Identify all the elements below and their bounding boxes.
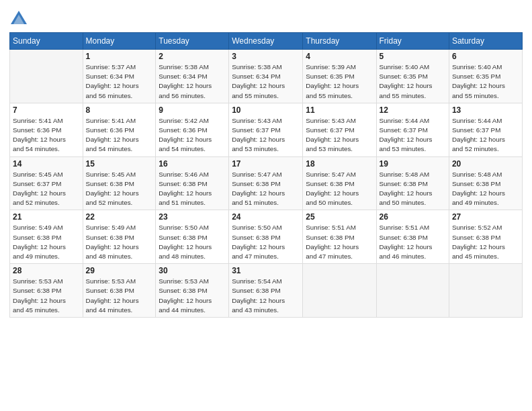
day-info: Sunrise: 5:38 AM Sunset: 6:34 PM Dayligh… <box>159 62 226 101</box>
day-cell: 7Sunrise: 5:41 AM Sunset: 6:36 PM Daylig… <box>10 103 83 156</box>
week-row-5: 28Sunrise: 5:53 AM Sunset: 6:38 PM Dayli… <box>10 264 523 318</box>
day-number: 12 <box>380 105 446 115</box>
day-info: Sunrise: 5:53 AM Sunset: 6:38 PM Dayligh… <box>86 277 153 315</box>
day-cell: 14Sunrise: 5:45 AM Sunset: 6:37 PM Dayli… <box>10 156 83 210</box>
day-info: Sunrise: 5:46 AM Sunset: 6:38 PM Dayligh… <box>159 170 226 208</box>
day-cell: 8Sunrise: 5:41 AM Sunset: 6:36 PM Daylig… <box>83 103 156 156</box>
weekday-header-friday: Friday <box>376 33 449 50</box>
day-info: Sunrise: 5:48 AM Sunset: 6:38 PM Dayligh… <box>452 170 519 208</box>
day-info: Sunrise: 5:50 AM Sunset: 6:38 PM Dayligh… <box>232 223 300 261</box>
logo <box>9 9 30 28</box>
calendar-table: SundayMondayTuesdayWednesdayThursdayFrid… <box>9 32 523 318</box>
day-info: Sunrise: 5:48 AM Sunset: 6:38 PM Dayligh… <box>380 170 446 208</box>
day-info: Sunrise: 5:49 AM Sunset: 6:38 PM Dayligh… <box>86 223 153 261</box>
week-row-1: 1Sunrise: 5:37 AM Sunset: 6:34 PM Daylig… <box>10 50 523 103</box>
day-number: 29 <box>86 266 153 275</box>
day-number: 13 <box>452 105 519 115</box>
day-cell <box>303 264 376 318</box>
day-number: 15 <box>86 159 153 169</box>
day-info: Sunrise: 5:40 AM Sunset: 6:35 PM Dayligh… <box>452 62 519 101</box>
day-cell: 3Sunrise: 5:38 AM Sunset: 6:34 PM Daylig… <box>229 50 303 103</box>
day-number: 27 <box>452 212 519 222</box>
week-row-4: 21Sunrise: 5:49 AM Sunset: 6:38 PM Dayli… <box>10 210 523 264</box>
day-cell: 16Sunrise: 5:46 AM Sunset: 6:38 PM Dayli… <box>156 156 229 210</box>
day-info: Sunrise: 5:51 AM Sunset: 6:38 PM Dayligh… <box>306 223 373 261</box>
day-cell: 1Sunrise: 5:37 AM Sunset: 6:34 PM Daylig… <box>83 50 156 103</box>
day-info: Sunrise: 5:54 AM Sunset: 6:38 PM Dayligh… <box>232 277 300 315</box>
day-info: Sunrise: 5:47 AM Sunset: 6:38 PM Dayligh… <box>306 170 373 208</box>
day-cell: 24Sunrise: 5:50 AM Sunset: 6:38 PM Dayli… <box>229 210 303 264</box>
day-info: Sunrise: 5:44 AM Sunset: 6:37 PM Dayligh… <box>452 116 519 154</box>
weekday-header-saturday: Saturday <box>449 33 522 50</box>
day-info: Sunrise: 5:45 AM Sunset: 6:37 PM Dayligh… <box>13 170 80 208</box>
day-number: 9 <box>159 105 226 115</box>
weekday-header-row: SundayMondayTuesdayWednesdayThursdayFrid… <box>10 33 523 50</box>
day-number: 2 <box>159 52 226 61</box>
day-number: 31 <box>232 266 300 275</box>
day-cell: 6Sunrise: 5:40 AM Sunset: 6:35 PM Daylig… <box>449 50 522 103</box>
day-info: Sunrise: 5:43 AM Sunset: 6:37 PM Dayligh… <box>232 116 300 154</box>
day-info: Sunrise: 5:45 AM Sunset: 6:38 PM Dayligh… <box>86 170 153 208</box>
day-number: 14 <box>13 159 80 169</box>
weekday-header-thursday: Thursday <box>303 33 376 50</box>
day-number: 24 <box>232 212 300 222</box>
day-cell: 30Sunrise: 5:53 AM Sunset: 6:38 PM Dayli… <box>156 264 229 318</box>
day-number: 10 <box>232 105 300 115</box>
day-info: Sunrise: 5:53 AM Sunset: 6:38 PM Dayligh… <box>13 277 80 315</box>
day-number: 30 <box>159 266 226 275</box>
day-info: Sunrise: 5:38 AM Sunset: 6:34 PM Dayligh… <box>232 62 300 101</box>
day-number: 7 <box>13 105 80 115</box>
day-number: 5 <box>380 52 446 61</box>
day-info: Sunrise: 5:42 AM Sunset: 6:36 PM Dayligh… <box>159 116 226 154</box>
day-cell: 26Sunrise: 5:51 AM Sunset: 6:38 PM Dayli… <box>376 210 449 264</box>
week-row-2: 7Sunrise: 5:41 AM Sunset: 6:36 PM Daylig… <box>10 103 523 156</box>
day-cell <box>376 264 449 318</box>
day-number: 25 <box>306 212 373 222</box>
calendar-body: 1Sunrise: 5:37 AM Sunset: 6:34 PM Daylig… <box>10 50 523 318</box>
day-number: 17 <box>232 159 300 169</box>
day-cell: 23Sunrise: 5:50 AM Sunset: 6:38 PM Dayli… <box>156 210 229 264</box>
day-cell: 15Sunrise: 5:45 AM Sunset: 6:38 PM Dayli… <box>83 156 156 210</box>
weekday-header-sunday: Sunday <box>10 33 83 50</box>
day-info: Sunrise: 5:41 AM Sunset: 6:36 PM Dayligh… <box>13 116 80 154</box>
logo-icon <box>9 9 28 28</box>
day-number: 11 <box>306 105 373 115</box>
day-number: 19 <box>380 159 446 169</box>
calendar-page: SundayMondayTuesdayWednesdayThursdayFrid… <box>0 0 532 411</box>
day-cell: 11Sunrise: 5:43 AM Sunset: 6:37 PM Dayli… <box>303 103 376 156</box>
day-cell: 18Sunrise: 5:47 AM Sunset: 6:38 PM Dayli… <box>303 156 376 210</box>
day-info: Sunrise: 5:40 AM Sunset: 6:35 PM Dayligh… <box>380 62 446 101</box>
week-row-3: 14Sunrise: 5:45 AM Sunset: 6:37 PM Dayli… <box>10 156 523 210</box>
day-cell: 10Sunrise: 5:43 AM Sunset: 6:37 PM Dayli… <box>229 103 303 156</box>
day-cell <box>449 264 522 318</box>
day-number: 4 <box>306 52 373 61</box>
day-cell: 28Sunrise: 5:53 AM Sunset: 6:38 PM Dayli… <box>10 264 83 318</box>
day-number: 8 <box>86 105 153 115</box>
header <box>9 7 523 28</box>
day-info: Sunrise: 5:49 AM Sunset: 6:38 PM Dayligh… <box>13 223 80 261</box>
day-info: Sunrise: 5:43 AM Sunset: 6:37 PM Dayligh… <box>306 116 373 154</box>
day-number: 23 <box>159 212 226 222</box>
day-number: 6 <box>452 52 519 61</box>
day-info: Sunrise: 5:51 AM Sunset: 6:38 PM Dayligh… <box>380 223 446 261</box>
day-info: Sunrise: 5:53 AM Sunset: 6:38 PM Dayligh… <box>159 277 226 315</box>
day-cell: 22Sunrise: 5:49 AM Sunset: 6:38 PM Dayli… <box>83 210 156 264</box>
day-number: 22 <box>86 212 153 222</box>
day-number: 18 <box>306 159 373 169</box>
day-number: 26 <box>380 212 446 222</box>
day-number: 21 <box>13 212 80 222</box>
day-number: 1 <box>86 52 153 61</box>
day-info: Sunrise: 5:37 AM Sunset: 6:34 PM Dayligh… <box>86 62 153 101</box>
day-info: Sunrise: 5:52 AM Sunset: 6:38 PM Dayligh… <box>452 223 519 261</box>
day-info: Sunrise: 5:44 AM Sunset: 6:37 PM Dayligh… <box>380 116 446 154</box>
day-cell: 27Sunrise: 5:52 AM Sunset: 6:38 PM Dayli… <box>449 210 522 264</box>
day-cell <box>10 50 83 103</box>
day-number: 3 <box>232 52 300 61</box>
day-number: 28 <box>13 266 80 275</box>
day-cell: 19Sunrise: 5:48 AM Sunset: 6:38 PM Dayli… <box>376 156 449 210</box>
day-cell: 17Sunrise: 5:47 AM Sunset: 6:38 PM Dayli… <box>229 156 303 210</box>
day-info: Sunrise: 5:39 AM Sunset: 6:35 PM Dayligh… <box>306 62 373 101</box>
day-cell: 9Sunrise: 5:42 AM Sunset: 6:36 PM Daylig… <box>156 103 229 156</box>
day-number: 16 <box>159 159 226 169</box>
day-cell: 25Sunrise: 5:51 AM Sunset: 6:38 PM Dayli… <box>303 210 376 264</box>
